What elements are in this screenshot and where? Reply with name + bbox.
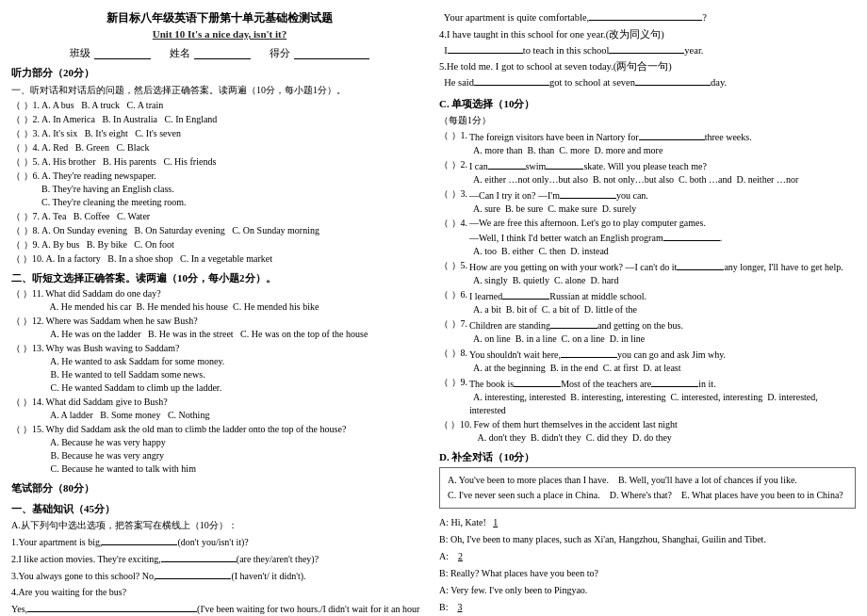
c6-row: （ ）6. I learnedRussian at middle school.… xyxy=(439,288,856,316)
page-container: 新目标八年级英语下册第十单元基础检测试题 Unit 10 It's a nice… xyxy=(11,9,856,616)
section-d-header: D. 补全对话（10分） xyxy=(439,449,856,465)
write-q2: 2.I like action movies. They're exciting… xyxy=(11,551,428,566)
cont-q4: 4.I have taught in this school for one y… xyxy=(439,27,856,58)
dialogue-line-6: B: 3 xyxy=(439,599,856,615)
listening-header: 听力部分（20分） xyxy=(11,65,428,81)
left-column: 新目标八年级英语下册第十单元基础检测试题 Unit 10 It's a nice… xyxy=(11,9,428,616)
c10-row: （ ）10. Few of them hurt themselves in th… xyxy=(439,418,856,445)
q2-row: （ ）2. A. In America B. In Australia C. I… xyxy=(11,113,428,126)
score-input xyxy=(294,46,369,59)
section-c-instruction: （每题1分） xyxy=(439,113,856,127)
q3-row: （ ）3. A. It's six B. It's eight C. It's … xyxy=(11,127,428,140)
section-c-header: C. 单项选择（10分） xyxy=(439,96,856,112)
q7-row: （ ）7. A. Tea B. Coffee C. Water xyxy=(11,210,428,223)
c9-row: （ ）9. The book isMost of the teachers ar… xyxy=(439,376,856,417)
c2-row: （ ）2. I canswimskate. Will you please te… xyxy=(439,158,856,186)
listening-q1-10: （ ）1. A. A bus B. A truck C. A train （ ）… xyxy=(11,99,428,266)
written-header: 笔试部分（80分） xyxy=(11,480,428,496)
info-row: 班级 姓名 得分 xyxy=(11,46,428,61)
dialogue: A: Hi, Kate! 1 B: Oh, I've been to many … xyxy=(439,514,856,616)
listening-instruction: 一、听对话和对话后的问题，然后选择正确答案。读两遍（10分，每小题1分）。 xyxy=(11,83,428,97)
sub1a-header: A.从下列句中选出选项，把答案写在横线上（10分）： xyxy=(11,518,428,532)
q5-row: （ ）5. A. His brother B. His parents C. H… xyxy=(11,155,428,169)
write-section: 1.Your apartment is big,(don't you/isn't… xyxy=(11,534,428,616)
right-column: Your apartment is quite comfortable,? 4.… xyxy=(439,9,856,616)
main-title: 新目标八年级英语下册第十单元基础检测试题 xyxy=(11,9,428,26)
write-q1: 1.Your apartment is big,(don't you/isn't… xyxy=(11,534,428,549)
q13-row: （ ）13. Why was Bush waving to Saddam? A.… xyxy=(11,342,428,395)
q14-row: （ ）14. What did Saddam give to Bush? A. … xyxy=(11,396,428,422)
dialogue-line-5: A: Very few. I've only been to Pingyao. xyxy=(439,582,856,598)
dialogue-line-1: A: Hi, Kate! 1 xyxy=(439,514,856,530)
q1-row: （ ）1. A. A bus B. A truck C. A train xyxy=(11,99,428,112)
c4-row: （ ）4. —We are free this afternoon. Let's… xyxy=(439,217,856,258)
c8-row: （ ）8. You shouldn't wait here,you can go… xyxy=(439,347,856,375)
q11-row: （ ）11. What did Saddam do one day? A. He… xyxy=(11,287,428,314)
options-box: A. You've been to more places than I hav… xyxy=(439,467,856,509)
c5-row: （ ）5. How are you getting on with your w… xyxy=(439,259,856,287)
q9-row: （ ）9. A. By bus B. By bike C. On foot xyxy=(11,238,428,251)
q15-row: （ ）15. Why did Saddam ask the old man to… xyxy=(11,423,428,476)
c-questions: （ ）1. The foreign visitors have been in … xyxy=(439,129,856,445)
dialogue-line-3: A: 2 xyxy=(439,548,856,564)
c3-row: （ ）3. —Can I try it on? —I'myou can. A. … xyxy=(439,187,856,216)
q6-row: （ ）6. A. They're reading newspaper. B. T… xyxy=(11,170,428,209)
dialogue-line-2: B: Oh, I've been to many places, such as… xyxy=(439,531,856,547)
section2-header: 二、听短文选择正确答案。读两遍（10分，每小题2分）。 xyxy=(11,270,428,286)
right-continuation: Your apartment is quite comfortable,? 4.… xyxy=(439,9,856,90)
sub1-header: 一、基础知识（45分） xyxy=(11,501,428,517)
subtitle: Unit 10 It's a nice day, isn't it? xyxy=(11,26,428,42)
q10-row: （ ）10. A. In a factory B. In a shoe shop… xyxy=(11,252,428,266)
write-q5: Yes,(I've been waiting for two hours./I … xyxy=(11,601,428,616)
dialogue-line-4: B: Really? What places have you been to? xyxy=(439,565,856,581)
c1-row: （ ）1. The foreign visitors have been in … xyxy=(439,129,856,157)
c7-row: （ ）7. Children are standingand getting o… xyxy=(439,317,856,346)
write-q4: 4.Are you waiting for the bus? xyxy=(11,585,428,599)
cont-q3: Your apartment is quite comfortable,? xyxy=(439,9,856,25)
cont-q5: 5.He told me. I got to school at seven t… xyxy=(439,59,856,90)
class-field: 班级 xyxy=(70,46,151,61)
name-input xyxy=(194,46,251,59)
title-section: 新目标八年级英语下册第十单元基础检测试题 Unit 10 It's a nice… xyxy=(11,9,428,42)
name-field: 姓名 xyxy=(170,46,251,61)
class-input xyxy=(94,46,151,59)
q8-row: （ ）8. A. On Sunday evening B. On Saturda… xyxy=(11,224,428,237)
q4-row: （ ）4. A. Red B. Green C. Black xyxy=(11,141,428,154)
q12-row: （ ）12. Where was Saddam when he saw Bush… xyxy=(11,315,428,341)
score-field: 得分 xyxy=(270,46,369,61)
write-q3: 3.You always gone to this school? No,(I … xyxy=(11,568,428,583)
